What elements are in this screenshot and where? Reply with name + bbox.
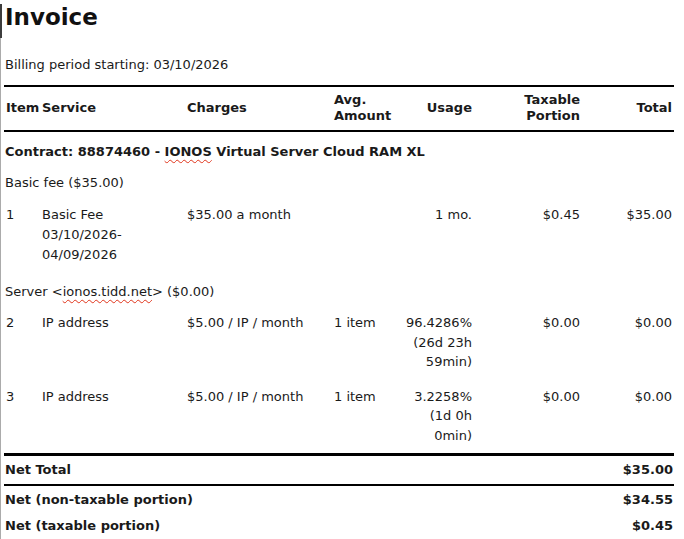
total-cell: $0.00 (582, 380, 674, 455)
charges-cell: $35.00 a month (185, 198, 332, 273)
contract-section-row: Contract: 88874460 - IONOS Virtual Serve… (4, 131, 674, 165)
table-row: 3 IP address $5.00 / IP / month 1 item 3… (4, 380, 674, 455)
contract-heading-prefix: Contract: 88874460 - (5, 144, 165, 159)
service-cell: Basic Fee 03/10/2026-04/09/2026 (40, 198, 185, 273)
service-cell: IP address (40, 306, 185, 380)
server-section-suffix: > ($0.00) (152, 284, 214, 299)
taxable-portion-cell: $0.45 (474, 198, 582, 273)
avg-amount-cell (332, 198, 400, 273)
table-header-row: Item Service Charges Avg. Amount Usage T… (4, 86, 674, 131)
total-cell: $0.00 (582, 306, 674, 380)
taxable-portion-cell: $0.00 (474, 306, 582, 380)
net-taxable-value: $0.45 (582, 512, 674, 539)
taxable-portion-cell: $0.00 (474, 380, 582, 455)
page-title: Invoice (5, 4, 683, 30)
contract-heading: Contract: 88874460 - IONOS Virtual Serve… (4, 131, 674, 165)
charges-cell: $5.00 / IP / month (185, 306, 332, 380)
net-nontaxable-row: Net (non-taxable portion) $34.55 (4, 485, 674, 513)
server-section-row: Server <ionos.tidd.net> ($0.00) (4, 273, 674, 307)
col-header-avg-amount: Avg. Amount (332, 86, 400, 131)
server-section-prefix: Server < (5, 284, 63, 299)
col-header-taxable-portion: Taxable Portion (474, 86, 582, 131)
service-period: 03/10/2026-04/09/2026 (42, 225, 183, 265)
usage-cell: 3.2258% (1d 0h 0min) (400, 380, 474, 455)
item-number: 3 (4, 380, 40, 455)
net-nontaxable-label: Net (non-taxable portion) (4, 485, 582, 513)
service-name: Basic Fee (42, 205, 183, 225)
col-header-charges: Charges (185, 86, 332, 131)
col-header-usage: Usage (400, 86, 474, 131)
billing-period-text: Billing period starting: 03/10/2026 (5, 57, 683, 72)
server-section-misspelled-word: ionos.tidd.net (63, 284, 152, 299)
col-header-total: Total (582, 86, 674, 131)
invoice-table: Item Service Charges Avg. Amount Usage T… (4, 85, 674, 539)
table-row: 2 IP address $5.00 / IP / month 1 item 9… (4, 306, 674, 380)
frame-edge-divider (0, 4, 2, 38)
charges-cell: $5.00 / IP / month (185, 380, 332, 455)
contract-heading-suffix: Virtual Server Cloud RAM XL (212, 144, 425, 159)
table-row: 1 Basic Fee 03/10/2026-04/09/2026 $35.00… (4, 198, 674, 273)
usage-cell: 96.4286% (26d 23h 59min) (400, 306, 474, 380)
service-cell: IP address (40, 380, 185, 455)
usage-cell: 1 mo. (400, 198, 474, 273)
service-name: IP address (42, 387, 183, 407)
net-total-label: Net Total (4, 455, 582, 485)
basic-fee-section-row: Basic fee ($35.00) (4, 164, 674, 198)
item-number: 1 (4, 198, 40, 273)
avg-amount-cell: 1 item (332, 306, 400, 380)
server-section-label: Server <ionos.tidd.net> ($0.00) (4, 273, 674, 307)
invoice-page: Invoice Billing period starting: 03/10/2… (0, 4, 683, 539)
col-header-item: Item (4, 86, 40, 131)
avg-amount-cell: 1 item (332, 380, 400, 455)
total-cell: $35.00 (582, 198, 674, 273)
net-total-row: Net Total $35.00 (4, 455, 674, 485)
col-header-service: Service (40, 86, 185, 131)
basic-fee-section-label: Basic fee ($35.00) (4, 164, 674, 198)
item-number: 2 (4, 306, 40, 380)
net-taxable-row: Net (taxable portion) $0.45 (4, 512, 674, 539)
net-total-value: $35.00 (582, 455, 674, 485)
contract-heading-misspelled-word: IONOS (165, 144, 212, 159)
net-nontaxable-value: $34.55 (582, 485, 674, 513)
service-name: IP address (42, 313, 183, 333)
net-taxable-label: Net (taxable portion) (4, 512, 582, 539)
